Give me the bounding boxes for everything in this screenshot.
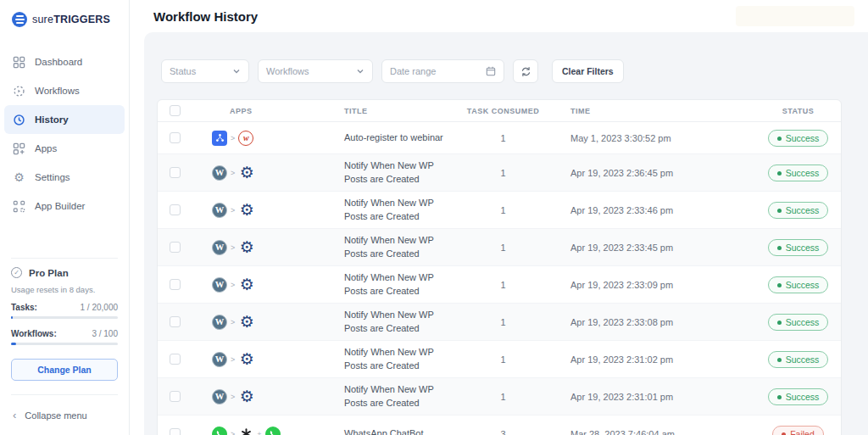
row-checkbox[interactable] bbox=[170, 354, 181, 365]
main-area: Workflow History Status Workflows Date r… bbox=[130, 0, 868, 435]
status-dot-icon bbox=[777, 395, 782, 399]
workflows-meter-labels: Workflows: 3 / 100 bbox=[11, 329, 118, 338]
task-consumed: 1 bbox=[454, 280, 552, 290]
webhook-gear-app-icon: ⚙ bbox=[238, 389, 255, 404]
sidebar-item-app-builder[interactable]: App Builder bbox=[4, 192, 125, 220]
settings-icon: ⚙ bbox=[13, 171, 25, 183]
table-row[interactable]: W>⚙Notify When New WP Posts are Created1… bbox=[158, 154, 841, 192]
table-row[interactable]: W>⚙Notify When New WP Posts are Created1… bbox=[158, 341, 841, 378]
row-checkbox[interactable] bbox=[170, 242, 181, 253]
table-row[interactable]: >wAuto-register to webinar1May 1, 2023 3… bbox=[158, 122, 841, 154]
sidebar-item-label: Apps bbox=[35, 143, 57, 153]
wordpress-app-icon: W bbox=[212, 315, 227, 330]
status-badge: Success bbox=[768, 276, 829, 293]
row-checkbox[interactable] bbox=[170, 428, 181, 435]
workflows-filter-select[interactable]: Workflows bbox=[258, 59, 373, 83]
clear-filters-button[interactable]: Clear Filters bbox=[552, 59, 624, 83]
status-badge: Success bbox=[768, 388, 829, 405]
webhook-gear-app-icon: ⚙ bbox=[238, 165, 255, 181]
sidebar-item-dashboard[interactable]: Dashboard bbox=[4, 47, 125, 76]
workflow-title: Notify When New WP Posts are Created bbox=[327, 383, 454, 410]
status-cell: Success bbox=[755, 388, 841, 406]
history-table: APPS TITLE TASK CONSUMED TIME STATUS >wA… bbox=[157, 99, 842, 435]
date-range-input[interactable]: Date range bbox=[381, 59, 504, 83]
status-dot-icon bbox=[777, 171, 782, 176]
divider bbox=[11, 394, 118, 395]
task-consumed: 1 bbox=[454, 205, 552, 215]
task-consumed: 1 bbox=[454, 168, 552, 178]
suretriggers-logo-icon bbox=[12, 12, 27, 27]
task-consumed: 1 bbox=[454, 243, 552, 253]
sidebar-item-label: App Builder bbox=[35, 201, 85, 211]
openai-app-icon bbox=[238, 427, 253, 435]
apps-cell: W>⚙ bbox=[192, 389, 327, 404]
brand-logo[interactable]: sureTRIGGERS bbox=[0, 0, 129, 36]
status-dot-icon bbox=[777, 321, 782, 325]
dashboard-icon bbox=[13, 56, 25, 69]
execution-time: Apr 19, 2023 2:33:08 pm bbox=[552, 317, 755, 327]
row-checkbox[interactable] bbox=[170, 204, 181, 215]
select-all-checkbox[interactable] bbox=[170, 105, 181, 116]
wordpress-app-icon: W bbox=[212, 203, 227, 218]
execution-time: Mar 28, 2023 7:46:04 am bbox=[552, 429, 755, 435]
sidebar-item-workflows[interactable]: Workflows bbox=[4, 76, 125, 105]
webhook-gear-app-icon: ⚙ bbox=[238, 277, 255, 293]
sidebar-plan-section: ✓ Pro Plan Usage resets in 8 days. Tasks… bbox=[0, 249, 129, 435]
apps-cell: W>⚙ bbox=[192, 203, 327, 218]
status-dot-icon bbox=[777, 358, 782, 362]
execution-time: Apr 19, 2023 2:31:01 pm bbox=[552, 392, 755, 402]
sidebar-item-label: Workflows bbox=[35, 86, 80, 96]
table-row[interactable]: W>⚙Notify When New WP Posts are Created1… bbox=[158, 192, 841, 229]
table-row[interactable]: W>⚙Notify When New WP Posts are Created1… bbox=[158, 304, 841, 341]
tasks-meter-labels: Tasks: 1 / 20,000 bbox=[11, 303, 118, 312]
column-header-apps: APPS bbox=[192, 107, 327, 115]
table-body: >wAuto-register to webinar1May 1, 2023 3… bbox=[158, 122, 841, 435]
row-checkbox[interactable] bbox=[170, 316, 181, 327]
app-separator: > bbox=[231, 281, 235, 289]
column-header-title: TITLE bbox=[327, 107, 454, 115]
webhook-gear-app-icon: ⚙ bbox=[238, 352, 255, 367]
status-cell: Success bbox=[755, 129, 841, 148]
app-separator: > bbox=[231, 169, 235, 177]
table-header-row: APPS TITLE TASK CONSUMED TIME STATUS bbox=[158, 100, 841, 122]
app-separator: > bbox=[231, 430, 235, 435]
refresh-button[interactable] bbox=[513, 59, 538, 83]
task-consumed: 3 bbox=[454, 429, 552, 435]
table-row[interactable]: W>⚙Notify When New WP Posts are Created1… bbox=[158, 266, 841, 304]
sidebar-item-apps[interactable]: Apps bbox=[4, 134, 125, 163]
table-row[interactable]: W>⚙Notify When New WP Posts are Created1… bbox=[158, 378, 841, 415]
column-header-time: TIME bbox=[552, 107, 755, 115]
apps-icon bbox=[13, 142, 25, 155]
workflow-title: Notify When New WP Posts are Created bbox=[327, 197, 454, 224]
whatsapp-app-icon bbox=[212, 427, 227, 435]
row-checkbox[interactable] bbox=[170, 132, 181, 143]
collapse-menu-button[interactable]: ‹ Collapse menu bbox=[11, 404, 118, 427]
apps-cell: W>⚙ bbox=[192, 352, 327, 367]
workflow-title: Auto-register to webinar bbox=[327, 131, 454, 145]
tasks-label: Tasks: bbox=[11, 303, 37, 312]
sidebar-item-settings[interactable]: ⚙ Settings bbox=[4, 163, 125, 192]
change-plan-button[interactable]: Change Plan bbox=[11, 359, 118, 381]
status-dot-icon bbox=[777, 137, 782, 141]
app-separator: > bbox=[231, 393, 235, 401]
execution-time: Apr 19, 2023 2:33:09 pm bbox=[552, 280, 755, 290]
status-cell: Success bbox=[755, 238, 841, 257]
status-filter-select[interactable]: Status bbox=[161, 59, 249, 83]
webhook-gear-app-icon: ⚙ bbox=[238, 240, 255, 255]
wordpress-app-icon: W bbox=[212, 277, 227, 293]
row-checkbox[interactable] bbox=[170, 391, 181, 402]
webhook-gear-app-icon: ⚙ bbox=[238, 203, 255, 218]
workflow-title: Notify When New WP Posts are Created bbox=[327, 159, 454, 187]
brand-name: sureTRIGGERS bbox=[32, 14, 110, 25]
app-separator: > bbox=[231, 134, 235, 142]
row-checkbox[interactable] bbox=[170, 279, 181, 290]
status-dot-icon bbox=[777, 246, 782, 250]
table-row[interactable]: W>⚙Notify When New WP Posts are Created1… bbox=[158, 229, 841, 266]
execution-time: Apr 19, 2023 2:33:45 pm bbox=[552, 243, 755, 253]
row-checkbox[interactable] bbox=[170, 167, 181, 178]
sidebar-item-history[interactable]: History bbox=[4, 105, 125, 134]
table-row[interactable]: >+WhatsApp ChatBot3Mar 28, 2023 7:46:04 … bbox=[158, 415, 841, 435]
workflow-title: Notify When New WP Posts are Created bbox=[327, 234, 454, 261]
sidebar-item-label: Dashboard bbox=[35, 57, 82, 67]
status-badge: Success bbox=[768, 351, 829, 368]
